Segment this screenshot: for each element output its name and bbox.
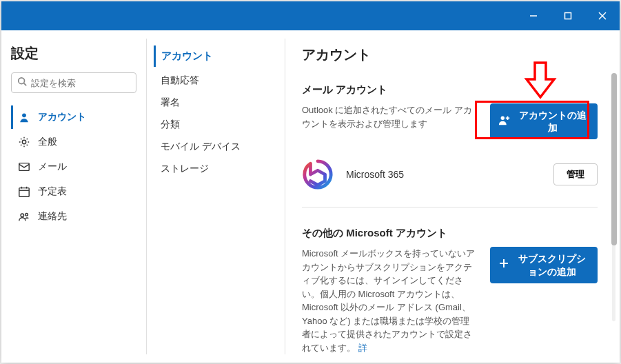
other-accounts-desc: Microsoft メールボックスを持っていないアカウントからサブスクリプション… [302, 247, 476, 354]
nav-label: メール [38, 161, 67, 173]
settings-subnav-panel: アカウント 自動応答 署名 分類 モバイル デバイス ストレージ [147, 30, 285, 363]
subnav-storage[interactable]: ストレージ [154, 158, 278, 180]
settings-window: 設定 アカウント 全般 [1, 1, 620, 363]
svg-point-14 [26, 214, 28, 216]
nav-label: アカウント [38, 111, 86, 123]
page-title: 設定 [11, 44, 136, 63]
settings-nav-panel: 設定 アカウント 全般 [1, 30, 146, 363]
gear-icon [17, 135, 31, 149]
subnav-heading[interactable]: アカウント [154, 46, 278, 67]
scrollbar-thumb[interactable] [611, 73, 617, 245]
mail-accounts-row: Outlook に追加されたすべてのメール アカウントを表示および管理します ア… [302, 103, 598, 139]
search-box[interactable] [11, 72, 136, 93]
maximize-button[interactable] [551, 1, 585, 30]
nav-label: 連絡先 [38, 210, 67, 223]
titlebar [1, 1, 620, 30]
nav-label: 全般 [38, 136, 57, 148]
people-icon [17, 210, 31, 223]
more-link[interactable]: 詳 [358, 343, 367, 353]
account-entry-left: Microsoft 365 [302, 159, 404, 190]
add-subscription-label: サブスクリプションの追加 [515, 252, 589, 277]
manage-button[interactable]: 管理 [553, 163, 598, 185]
add-subscription-button[interactable]: サブスクリプションの追加 [490, 247, 598, 283]
svg-point-7 [22, 140, 26, 143]
nav-account[interactable]: アカウント [11, 105, 136, 129]
nav-calendar[interactable]: 予定表 [11, 180, 136, 203]
mail-accounts-heading: メール アカウント [302, 83, 598, 97]
nav-general[interactable]: 全般 [11, 130, 136, 154]
nav-label: 予定表 [38, 185, 67, 198]
plus-icon [498, 258, 509, 272]
svg-rect-8 [19, 163, 29, 171]
account-name: Microsoft 365 [346, 169, 404, 180]
svg-point-6 [22, 113, 26, 117]
svg-line-5 [24, 83, 27, 86]
svg-point-4 [19, 78, 25, 84]
svg-rect-9 [19, 188, 29, 197]
calendar-icon [17, 185, 31, 199]
add-account-label: アカウントの追加 [516, 109, 589, 134]
close-button[interactable] [585, 1, 620, 30]
microsoft365-icon [302, 159, 334, 190]
nav-contacts[interactable]: 連絡先 [11, 205, 136, 228]
svg-rect-1 [565, 13, 571, 19]
subnav-mobile-devices[interactable]: モバイル デバイス [154, 136, 278, 158]
detail-title: アカウント [302, 46, 598, 64]
mail-accounts-desc: Outlook に追加されたすべてのメール アカウントを表示および管理します [302, 103, 476, 130]
search-icon [17, 77, 31, 89]
content-area: 設定 アカウント 全般 [1, 30, 620, 363]
settings-detail-panel: アカウント メール アカウント Outlook に追加されたすべてのメール アカ… [285, 30, 620, 363]
nav-mail[interactable]: メール [11, 155, 136, 179]
subnav-signature[interactable]: 署名 [154, 92, 278, 114]
mail-icon [17, 160, 31, 174]
detail-scroll[interactable]: アカウント メール アカウント Outlook に追加されたすべてのメール アカ… [302, 46, 613, 356]
minimize-button[interactable] [516, 1, 551, 30]
svg-point-15 [501, 117, 505, 120]
search-input[interactable] [31, 78, 147, 88]
subnav-categories[interactable]: 分類 [154, 114, 278, 136]
account-entry: Microsoft 365 管理 [302, 152, 598, 208]
person-icon [17, 110, 31, 124]
other-accounts-heading: その他の Microsoft アカウント [302, 227, 598, 240]
add-account-button[interactable]: アカウントの追加 [490, 103, 598, 139]
other-accounts-row: Microsoft メールボックスを持っていないアカウントからサブスクリプション… [302, 247, 598, 354]
subnav-auto-reply[interactable]: 自動応答 [154, 70, 278, 92]
svg-point-13 [21, 214, 24, 217]
people-plus-icon [498, 114, 511, 129]
